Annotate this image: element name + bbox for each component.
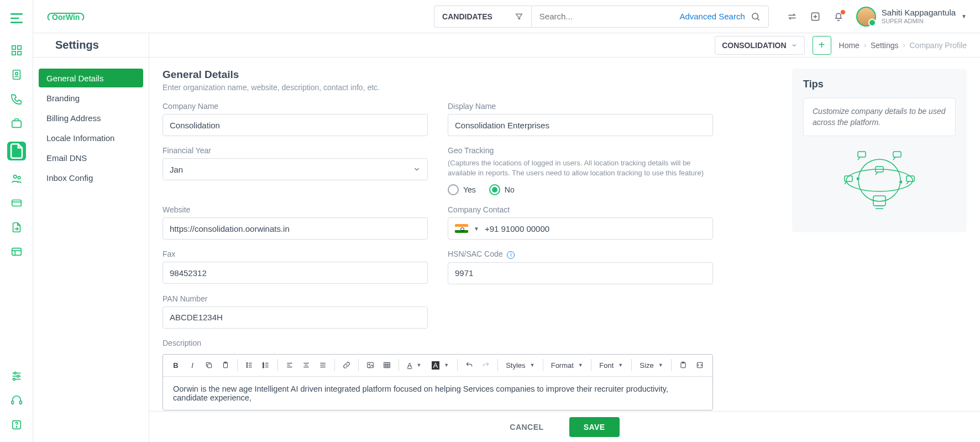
bold-icon[interactable]: B bbox=[169, 358, 183, 372]
radio-geo-no[interactable]: No bbox=[489, 184, 515, 195]
copy-icon[interactable] bbox=[202, 358, 216, 372]
svg-rect-34 bbox=[208, 364, 212, 368]
input-fax[interactable] bbox=[163, 262, 428, 284]
svg-text:OorWin: OorWin bbox=[52, 13, 80, 22]
field-hsn: HSN/SAC Code i bbox=[448, 249, 713, 284]
undo-icon[interactable] bbox=[462, 358, 476, 372]
contacts-icon[interactable] bbox=[11, 69, 23, 81]
svg-point-10 bbox=[13, 175, 17, 179]
input-company-name[interactable] bbox=[163, 114, 428, 136]
label-hsn: HSN/SAC Code i bbox=[448, 249, 713, 259]
select-financial-year[interactable]: Jan bbox=[163, 158, 428, 180]
notifications-icon[interactable] bbox=[833, 11, 844, 22]
svg-point-29 bbox=[752, 13, 758, 19]
italic-icon[interactable]: I bbox=[185, 358, 200, 372]
avatar bbox=[856, 7, 876, 27]
numbered-list-icon[interactable]: 123 bbox=[259, 358, 273, 372]
swap-icon[interactable] bbox=[787, 11, 798, 22]
layout-icon[interactable] bbox=[11, 246, 23, 258]
bg-color-icon[interactable]: A▼ bbox=[428, 358, 453, 372]
align-left-icon[interactable] bbox=[282, 358, 297, 372]
support-icon[interactable] bbox=[11, 394, 23, 407]
india-flag-icon bbox=[455, 224, 468, 233]
save-button[interactable]: SAVE bbox=[569, 417, 620, 437]
add-button[interactable]: + bbox=[813, 36, 831, 55]
breadcrumb-home[interactable]: Home bbox=[839, 41, 860, 50]
paste-icon[interactable] bbox=[218, 358, 233, 372]
svg-point-19 bbox=[14, 372, 16, 375]
field-geo-tracking: Geo Tracking (Captures the locations of … bbox=[448, 146, 713, 195]
settings-icon[interactable] bbox=[11, 370, 23, 382]
description-body[interactable]: Oorwin is the new age Intelligent AI dri… bbox=[163, 377, 712, 410]
breadcrumb-sep: › bbox=[903, 41, 905, 49]
user-menu[interactable]: Sahiti Kappagantula SUPER ADMIN ▼ bbox=[856, 7, 967, 27]
label-display-name: Display Name bbox=[448, 102, 713, 111]
styles-dropdown[interactable]: Styles▼ bbox=[502, 358, 538, 372]
briefcase-icon[interactable] bbox=[11, 117, 23, 129]
svg-point-21 bbox=[17, 375, 19, 377]
align-justify-icon[interactable] bbox=[316, 358, 330, 372]
input-company-contact[interactable]: ▼ +91 91000 00000 bbox=[448, 217, 713, 240]
search-scope-dropdown[interactable]: CANDIDATES bbox=[434, 6, 531, 28]
format-dropdown[interactable]: Format▼ bbox=[548, 358, 586, 372]
document-icon[interactable] bbox=[7, 142, 26, 160]
sidebar-item-branding[interactable]: Branding bbox=[39, 89, 143, 107]
info-icon[interactable]: i bbox=[507, 251, 515, 259]
input-pan[interactable] bbox=[163, 306, 428, 329]
input-hsn[interactable] bbox=[448, 262, 713, 284]
link-icon[interactable] bbox=[339, 358, 354, 372]
sidebar-item-inbox-config[interactable]: Inbox Config bbox=[39, 168, 143, 187]
size-dropdown[interactable]: Size▼ bbox=[636, 358, 667, 372]
bullet-list-icon[interactable] bbox=[242, 358, 256, 372]
tips-panel: Tips Customize company details to be use… bbox=[792, 69, 967, 232]
advanced-search-link[interactable]: Advanced Search bbox=[679, 12, 745, 21]
sidebar-item-general-details[interactable]: General Details bbox=[39, 69, 143, 87]
label-website: Website bbox=[163, 205, 428, 214]
svg-rect-15 bbox=[12, 248, 21, 256]
search-input[interactable] bbox=[539, 12, 680, 21]
breadcrumb-settings[interactable]: Settings bbox=[871, 41, 899, 50]
card-icon[interactable] bbox=[11, 197, 23, 209]
dashboard-icon[interactable] bbox=[11, 44, 23, 56]
radio-geo-yes[interactable]: Yes bbox=[448, 184, 476, 195]
description-editor: B I 123 A▼ bbox=[163, 354, 713, 410]
svg-rect-5 bbox=[12, 51, 15, 55]
editor-toolbar: B I 123 A▼ bbox=[163, 355, 712, 377]
people-icon[interactable] bbox=[11, 173, 23, 185]
label-company-contact: Company Contact bbox=[448, 205, 713, 214]
label-financial-year: Financial Year bbox=[163, 146, 428, 155]
radio-label-yes: Yes bbox=[463, 185, 476, 194]
label-geo-tracking: Geo Tracking bbox=[448, 146, 713, 155]
align-center-icon[interactable] bbox=[299, 358, 313, 372]
breadcrumb-current: Company Profile bbox=[910, 41, 967, 50]
input-website[interactable] bbox=[163, 217, 428, 240]
svg-rect-24 bbox=[11, 401, 13, 404]
tips-title: Tips bbox=[803, 79, 956, 90]
help-icon[interactable] bbox=[11, 419, 23, 431]
logo[interactable]: OorWin bbox=[46, 9, 85, 24]
font-dropdown[interactable]: Font▼ bbox=[596, 358, 627, 372]
cancel-button[interactable]: CANCEL bbox=[510, 423, 543, 431]
svg-text:3: 3 bbox=[263, 366, 264, 368]
search-icon[interactable] bbox=[751, 12, 761, 22]
text-color-icon[interactable]: A▼ bbox=[403, 358, 426, 372]
radio-dot bbox=[448, 184, 459, 195]
paste-word-icon[interactable] bbox=[676, 358, 690, 372]
sidebar-item-billing-address[interactable]: Billing Address bbox=[39, 108, 143, 127]
input-display-name[interactable] bbox=[448, 114, 713, 136]
add-icon[interactable] bbox=[810, 11, 821, 22]
radio-label-no: No bbox=[505, 185, 515, 194]
phone-icon[interactable] bbox=[11, 93, 23, 105]
image-icon[interactable] bbox=[363, 358, 378, 372]
sidebar-item-locale-information[interactable]: Locale Information bbox=[39, 128, 143, 147]
source-icon[interactable] bbox=[693, 358, 707, 372]
field-display-name: Display Name bbox=[448, 102, 713, 136]
table-icon[interactable] bbox=[380, 358, 394, 372]
svg-rect-58 bbox=[368, 362, 374, 367]
chevron-down-icon: ▼ bbox=[474, 226, 479, 232]
sidebar-item-email-dns[interactable]: Email DNS bbox=[39, 148, 143, 167]
menu-toggle-icon[interactable] bbox=[9, 11, 24, 22]
export-icon[interactable] bbox=[11, 221, 23, 233]
redo-icon[interactable] bbox=[479, 358, 493, 372]
org-dropdown[interactable]: CONSOLIDATION bbox=[715, 36, 804, 55]
